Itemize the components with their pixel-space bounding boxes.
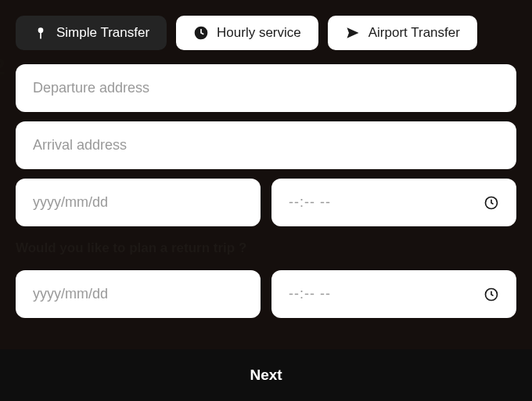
booking-form: Simple Transfer Hourly service Airport T… (0, 0, 532, 343)
tab-simple-transfer[interactable]: Simple Transfer (16, 16, 167, 50)
arrival-address-input[interactable] (16, 121, 516, 169)
time-placeholder-text: --:-- -- (289, 286, 331, 302)
tab-hourly-service[interactable]: Hourly service (176, 16, 318, 50)
return-datetime-row: --:-- -- (16, 270, 516, 318)
departure-address-input[interactable] (16, 64, 516, 112)
clock-icon (483, 287, 499, 302)
pin-icon (33, 25, 49, 41)
service-type-tabs: Simple Transfer Hourly service Airport T… (16, 16, 516, 50)
airplane-icon (345, 25, 361, 41)
next-button[interactable]: Next (0, 349, 532, 401)
return-time-input[interactable]: --:-- -- (271, 270, 516, 318)
tab-label: Hourly service (217, 25, 301, 41)
tab-label: Airport Transfer (368, 25, 460, 41)
svg-point-0 (38, 27, 44, 33)
clock-icon (483, 195, 499, 211)
departure-datetime-row: --:-- -- (16, 179, 516, 226)
return-trip-question: Would you like to plan a return trip ? (16, 240, 516, 256)
departure-time-input[interactable]: --:-- -- (271, 179, 516, 226)
departure-date-input[interactable] (16, 179, 261, 226)
time-placeholder-text: --:-- -- (289, 194, 331, 211)
svg-rect-1 (40, 32, 41, 38)
tab-label: Simple Transfer (56, 25, 149, 41)
return-date-input[interactable] (16, 270, 261, 318)
clock-icon (193, 25, 209, 41)
tab-airport-transfer[interactable]: Airport Transfer (328, 16, 477, 50)
